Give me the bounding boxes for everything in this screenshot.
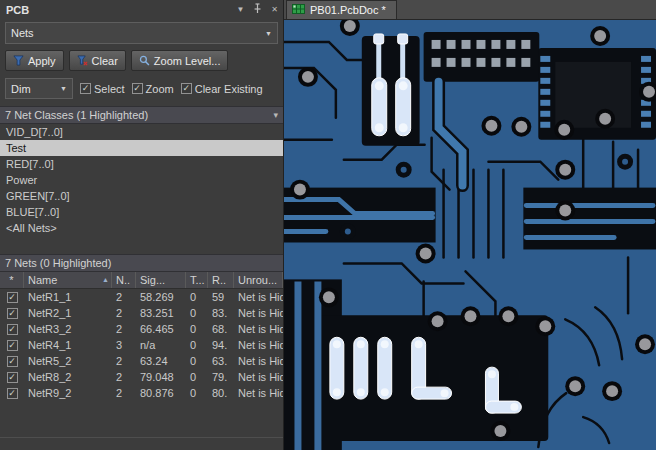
- editor-area: PB01.PcbDoc *: [284, 0, 656, 450]
- nets-header[interactable]: 7 Nets (0 Highlighted): [0, 254, 283, 272]
- net-nodes: 2: [112, 289, 136, 305]
- panel-menu-icon[interactable]: ▼: [236, 5, 244, 14]
- clear-label: Clear: [92, 55, 118, 67]
- net-unrouted: Net is Hid: [234, 337, 283, 353]
- net-class-item[interactable]: VID_D[7..0]: [0, 124, 283, 140]
- row-checkbox[interactable]: ✓: [7, 324, 18, 335]
- table-row[interactable]: ✓ NetR8_2 2 79.048 0 79. Net is Hid: [0, 369, 283, 385]
- net-class-list: VID_D[7..0] Test RED[7..0] Power GREEN[7…: [0, 124, 283, 254]
- pcbdoc-icon: [292, 3, 305, 17]
- apply-button[interactable]: Apply: [5, 50, 64, 71]
- column-header-t[interactable]: T...: [186, 272, 208, 288]
- column-header-unrouted[interactable]: Unrou...: [234, 272, 283, 288]
- check-icon: ✓: [133, 84, 141, 93]
- table-row[interactable]: ✓ NetR5_2 2 63.24 0 63. Net is Hid: [0, 353, 283, 369]
- net-name: NetR2_1: [24, 305, 112, 321]
- checkbox-box: ✓: [181, 83, 192, 94]
- zoom-checkbox[interactable]: ✓ Zoom: [132, 83, 174, 95]
- check-icon: ✓: [82, 84, 90, 93]
- table-row[interactable]: ✓ NetR3_2 2 66.465 0 68. Net is Hid: [0, 321, 283, 337]
- column-header-name[interactable]: Name ▲: [24, 272, 112, 288]
- net-routed: 68.: [208, 321, 234, 337]
- clear-existing-checkbox[interactable]: ✓ Clear Existing: [181, 83, 263, 95]
- panel-title: PCB: [6, 4, 29, 16]
- net-routed: 80.: [208, 385, 234, 401]
- column-header-check[interactable]: *: [0, 272, 24, 288]
- check-icon: ✓: [182, 84, 190, 93]
- net-nodes: 2: [112, 369, 136, 385]
- check-icon: ✓: [8, 341, 16, 350]
- net-classes-header-label: 7 Net Classes (1 Highlighted): [5, 109, 148, 121]
- net-unrouted: Net is Hid: [234, 353, 283, 369]
- net-nodes: 2: [112, 321, 136, 337]
- check-icon: ✓: [8, 325, 16, 334]
- net-signal: 80.876: [136, 385, 186, 401]
- net-class-item-selected[interactable]: Test: [0, 140, 283, 156]
- clear-button[interactable]: Clear: [69, 50, 126, 71]
- net-class-item[interactable]: RED[7..0]: [0, 156, 283, 172]
- check-icon: ✓: [8, 293, 16, 302]
- check-icon: ✓: [8, 309, 16, 318]
- pcb-canvas[interactable]: [284, 20, 656, 450]
- net-class-item[interactable]: <All Nets>: [0, 220, 283, 236]
- document-tab[interactable]: PB01.PcbDoc *: [286, 0, 397, 19]
- check-icon: ✓: [8, 389, 16, 398]
- net-t: 0: [186, 385, 208, 401]
- net-signal: 66.465: [136, 321, 186, 337]
- net-t: 0: [186, 305, 208, 321]
- column-header-nodes[interactable]: N..: [112, 272, 136, 288]
- row-checkbox[interactable]: ✓: [7, 292, 18, 303]
- app-root: PCB ▼ ✕ Nets ▼ Apply: [0, 0, 656, 450]
- net-unrouted: Net is Hid: [234, 321, 283, 337]
- nets-header-label: 7 Nets (0 Highlighted): [5, 257, 111, 269]
- net-unrouted: Net is Hid: [234, 369, 283, 385]
- net-name: NetR1_1: [24, 289, 112, 305]
- net-class-item[interactable]: Power: [0, 172, 283, 188]
- dim-select-value: Dim: [11, 83, 31, 95]
- nets-table: * Name ▲ N.. Sig... T... R.. Unrou... ✓ …: [0, 272, 283, 401]
- column-header-routed[interactable]: R..: [208, 272, 234, 288]
- mode-select[interactable]: Nets ▼: [5, 22, 278, 44]
- zoom-level-label: Zoom Level...: [154, 55, 221, 67]
- mode-select-value: Nets: [11, 27, 34, 39]
- net-unrouted: Net is Hid: [234, 385, 283, 401]
- dim-select[interactable]: Dim ▼: [5, 78, 73, 99]
- row-checkbox[interactable]: ✓: [7, 388, 18, 399]
- select-checkbox[interactable]: ✓ Select: [80, 83, 125, 95]
- select-label: Select: [94, 83, 125, 95]
- row-checkbox[interactable]: ✓: [7, 308, 18, 319]
- net-routed: 59: [208, 289, 234, 305]
- net-t: 0: [186, 337, 208, 353]
- net-name: NetR4_1: [24, 337, 112, 353]
- row-checkbox[interactable]: ✓: [7, 340, 18, 351]
- net-signal: 58.269: [136, 289, 186, 305]
- net-t: 0: [186, 289, 208, 305]
- column-header-signal[interactable]: Sig...: [136, 272, 186, 288]
- net-routed: 83.: [208, 305, 234, 321]
- net-t: 0: [186, 353, 208, 369]
- filter-clear-icon: [77, 55, 88, 66]
- net-classes-header[interactable]: 7 Net Classes (1 Highlighted) ▾: [0, 106, 283, 124]
- document-tabbar: PB01.PcbDoc *: [284, 0, 656, 20]
- net-class-item[interactable]: GREEN[7..0]: [0, 188, 283, 204]
- nets-table-header: * Name ▲ N.. Sig... T... R.. Unrou...: [0, 272, 283, 289]
- net-name: NetR3_2: [24, 321, 112, 337]
- chevron-down-icon: ▼: [60, 85, 67, 92]
- row-checkbox[interactable]: ✓: [7, 356, 18, 367]
- net-class-item[interactable]: BLUE[7..0]: [0, 204, 283, 220]
- net-nodes: 2: [112, 305, 136, 321]
- pin-icon[interactable]: [253, 3, 262, 16]
- pcb-panel: PCB ▼ ✕ Nets ▼ Apply: [0, 0, 284, 450]
- net-t: 0: [186, 321, 208, 337]
- table-row[interactable]: ✓ NetR4_1 3 n/a 0 94. Net is Hid: [0, 337, 283, 353]
- table-row[interactable]: ✓ NetR1_1 2 58.269 0 59 Net is Hid: [0, 289, 283, 305]
- net-routed: 79.: [208, 369, 234, 385]
- table-row[interactable]: ✓ NetR9_2 2 80.876 0 80. Net is Hid: [0, 385, 283, 401]
- row-checkbox[interactable]: ✓: [7, 372, 18, 383]
- zoom-label: Zoom: [146, 83, 174, 95]
- chevron-down-icon: ▾: [273, 110, 278, 120]
- table-row[interactable]: ✓ NetR2_1 2 83.251 0 83. Net is Hid: [0, 305, 283, 321]
- pcb-artwork: [284, 20, 656, 450]
- close-icon[interactable]: ✕: [271, 5, 278, 14]
- zoom-level-button[interactable]: Zoom Level...: [131, 50, 229, 71]
